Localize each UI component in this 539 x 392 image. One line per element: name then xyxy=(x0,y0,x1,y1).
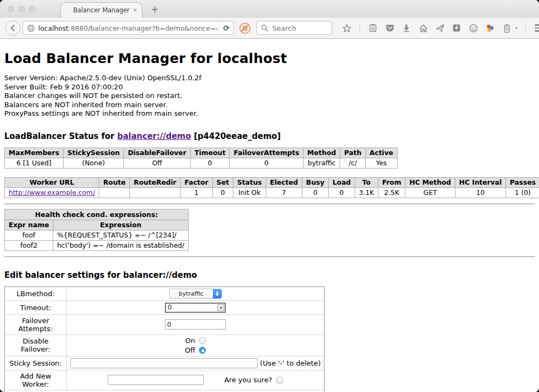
worker-status-table: Worker URLRouteRouteRedirFactorSetStatus… xyxy=(4,177,539,198)
page-content: Load Balancer Manager for localhost Serv… xyxy=(0,39,539,391)
extension-dots-icon[interactable] xyxy=(485,23,495,33)
are-you-sure-checkbox[interactable] xyxy=(277,377,283,383)
lbmethod-select[interactable]: bytraffic xyxy=(169,289,222,299)
url-host: localhost xyxy=(38,24,68,32)
close-window-button[interactable] xyxy=(8,6,14,12)
search-bar[interactable] xyxy=(257,21,332,35)
send-icon[interactable] xyxy=(435,23,445,33)
column-header: Expression xyxy=(53,220,188,230)
search-input[interactable] xyxy=(271,24,320,33)
timeout-label: Timeout: xyxy=(5,300,67,314)
table-cell: 0 xyxy=(230,158,303,168)
edit-balancer-heading: Edit balancer settings for balancer://de… xyxy=(4,270,535,280)
column-header: Load xyxy=(328,177,355,187)
worker-url-link[interactable]: http://www.example.com/ xyxy=(9,188,95,197)
zoom-window-button[interactable] xyxy=(29,6,36,12)
back-arrow-icon xyxy=(9,24,17,32)
download-icon[interactable] xyxy=(402,23,411,33)
status-heading-prefix: LoadBalancer Status for xyxy=(4,131,117,141)
number-spinner-icon[interactable] xyxy=(217,304,224,311)
table-cell: 0 xyxy=(302,187,328,198)
table-cell: 7 xyxy=(266,187,302,198)
sticky-session-label: Sticky Session: xyxy=(5,356,67,370)
url-bar[interactable]: localhost:8880/balancer-manager?b=demo&n… xyxy=(23,21,234,35)
table-cell: 0 xyxy=(328,187,355,198)
column-header: HC Interval xyxy=(455,177,506,187)
tab-bar: Balancer Manager × + xyxy=(0,0,539,18)
table-cell: http://www.example.com/ xyxy=(5,187,99,198)
bookmark-star-icon[interactable] xyxy=(342,23,351,33)
add-worker-row: Add New Worker: Are you sure? xyxy=(5,370,324,390)
table-row: foof2hc('body') =~ /domain is establishe… xyxy=(5,240,189,250)
table-row: http://www.example.com/10Init Ok7003.1K2… xyxy=(5,187,539,198)
failover-attempts-label: Failover Attempts: xyxy=(5,314,67,334)
health-check-table: Health check cond. expressions: Expr nam… xyxy=(4,209,189,251)
toolbar-icons: ▾ xyxy=(342,23,539,33)
lbmethod-label: LBmethod: xyxy=(5,286,67,300)
minimize-window-button[interactable] xyxy=(18,6,25,12)
overflow-caret-icon[interactable]: ▾ xyxy=(515,26,517,31)
table-cell: 0 xyxy=(190,158,230,168)
browser-window: Balancer Manager × + localhost:8880/bala… xyxy=(0,0,539,392)
url-input[interactable]: localhost:8880/balancer-manager?b=demo&n… xyxy=(38,24,217,32)
disable-failover-on-radio[interactable] xyxy=(199,337,206,344)
add-worker-input[interactable] xyxy=(108,375,204,385)
disable-failover-row: Disable Failover: On Off xyxy=(5,334,324,356)
toolbar-divider xyxy=(360,23,360,33)
globe-icon xyxy=(27,24,35,32)
submit-row: Submit xyxy=(5,390,324,391)
loadbalancer-status-heading: LoadBalancer Status for balancer://demo … xyxy=(4,131,535,141)
table-cell: (None) xyxy=(63,158,123,168)
column-header: Worker URL xyxy=(5,177,99,187)
balancer-demo-link[interactable]: balancer://demo xyxy=(117,131,191,141)
table-cell xyxy=(99,187,130,198)
column-header: Status xyxy=(233,177,266,187)
screenshot-download-icon[interactable] xyxy=(452,23,461,33)
table-cell: 1 xyxy=(181,187,212,198)
table-cell: Yes xyxy=(365,158,397,168)
feedback-smiley-icon[interactable] xyxy=(468,23,478,33)
column-header: Busy xyxy=(302,177,328,187)
lbmethod-row: LBmethod: bytraffic xyxy=(5,286,324,300)
server-built-line: Server Built: Feb 9 2016 07:00:20 xyxy=(4,83,535,92)
column-header: Elected xyxy=(266,177,302,187)
window-controls xyxy=(8,6,36,12)
server-info: Server Version: Apache/2.5.0-dev (Unix) … xyxy=(4,74,535,118)
navigation-toolbar: localhost:8880/balancer-manager?b=demo&n… xyxy=(0,18,539,39)
status-heading-suffix: [p4420eeae_demo] xyxy=(191,131,281,141)
column-header: Set xyxy=(212,177,233,187)
table-cell: Init Ok xyxy=(233,187,266,198)
column-header: Route xyxy=(99,177,130,187)
table-row: foof%{REQUEST_STATUS} =~ /^[234]/ xyxy=(5,230,189,240)
disable-failover-label: Disable Failover: xyxy=(5,334,67,356)
page-title: Load Balancer Manager for localhost xyxy=(4,51,535,66)
new-tab-button[interactable]: + xyxy=(151,4,158,14)
back-button[interactable] xyxy=(5,20,20,36)
disable-failover-off-radio[interactable] xyxy=(199,347,206,354)
timeout-row: Timeout: xyxy=(5,300,324,314)
table-cell: Off xyxy=(124,158,190,168)
menu-button[interactable] xyxy=(534,23,539,33)
tab-close-icon[interactable]: × xyxy=(133,6,137,14)
column-header: DisableFailover xyxy=(124,148,190,158)
column-header: Active xyxy=(365,148,397,158)
sticky-session-input[interactable] xyxy=(70,358,258,368)
adblock-icon[interactable] xyxy=(239,23,251,34)
column-header: From xyxy=(378,177,405,187)
lbmethod-selected-value: bytraffic xyxy=(170,290,213,297)
column-header: Timeout xyxy=(190,148,230,158)
home-icon[interactable] xyxy=(418,23,428,33)
battery-icon[interactable] xyxy=(502,23,512,33)
health-table-title: Health check cond. expressions: xyxy=(5,209,189,220)
table-cell: foof xyxy=(5,230,53,240)
table-cell: /c/ xyxy=(340,158,365,168)
tab-balancer-manager[interactable]: Balancer Manager × xyxy=(60,2,142,18)
table-cell: 10 xyxy=(455,187,506,198)
divider xyxy=(4,256,535,257)
failover-attempts-input[interactable] xyxy=(165,319,226,330)
sticky-session-hint: (Use '-' to delete) xyxy=(260,359,321,367)
balancer-status-table: MaxMembersStickySessionDisableFailoverTi… xyxy=(4,148,398,169)
pocket-icon[interactable] xyxy=(385,23,395,33)
reading-list-icon[interactable] xyxy=(368,23,378,33)
reload-button[interactable]: ⟳ xyxy=(219,24,233,32)
